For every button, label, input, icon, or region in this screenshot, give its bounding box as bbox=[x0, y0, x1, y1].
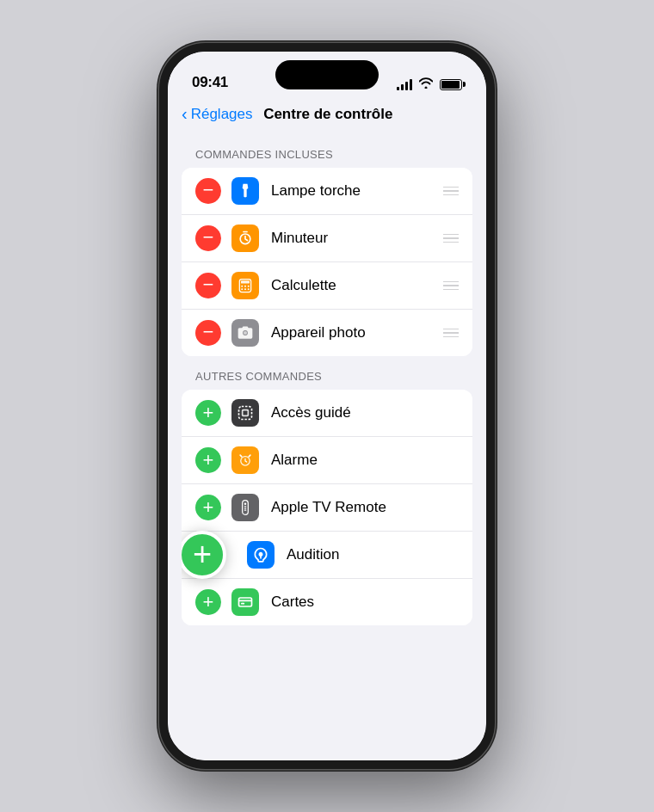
dynamic-island bbox=[275, 60, 379, 89]
signal-bar-4 bbox=[410, 79, 412, 90]
svg-rect-20 bbox=[244, 508, 247, 508]
label-apple-tv-remote: Apple TV Remote bbox=[271, 499, 459, 516]
svg-rect-19 bbox=[244, 506, 247, 507]
svg-rect-0 bbox=[244, 185, 248, 186]
add-button-alarme[interactable]: + bbox=[195, 447, 221, 473]
svg-rect-23 bbox=[241, 603, 244, 605]
svg-point-4 bbox=[241, 286, 243, 287]
app-icon-cartes bbox=[231, 588, 259, 616]
app-icon-lampe-torche bbox=[231, 177, 259, 205]
label-audition: Audition bbox=[287, 546, 459, 563]
svg-point-5 bbox=[244, 286, 246, 287]
app-icon-audition bbox=[247, 541, 275, 569]
remove-button-lampe-torche[interactable]: − bbox=[195, 178, 221, 204]
plus-icon-large: + bbox=[193, 538, 212, 570]
app-icon-appareil-photo bbox=[231, 319, 259, 347]
svg-point-9 bbox=[248, 288, 250, 290]
battery-icon bbox=[440, 79, 462, 90]
label-alarme: Alarme bbox=[271, 452, 459, 469]
section-header-others: AUTRES COMMANDES bbox=[168, 356, 486, 390]
phone-frame: 09:41 bbox=[159, 43, 495, 769]
label-lampe-torche: Lampe torche bbox=[271, 182, 443, 200]
list-item-calculette: − Calculett bbox=[182, 262, 472, 310]
list-item-appareil-photo: − Appareil photo bbox=[182, 310, 472, 356]
label-cartes: Cartes bbox=[271, 594, 459, 611]
svg-point-18 bbox=[244, 503, 247, 506]
wifi-icon bbox=[419, 77, 433, 91]
app-icon-acces-guide bbox=[231, 399, 259, 427]
minus-icon: − bbox=[203, 181, 214, 200]
battery-fill bbox=[441, 81, 460, 89]
plus-icon: + bbox=[203, 403, 214, 422]
list-item-audition: + Audition bbox=[182, 532, 472, 579]
signal-bar-2 bbox=[401, 84, 404, 90]
content: COMMANDES INCLUSES − Lampe torche bbox=[168, 134, 486, 760]
label-minuteur: Minuteur bbox=[271, 230, 443, 247]
list-item-minuteur: − Minuteur bbox=[182, 215, 472, 262]
status-time: 09:41 bbox=[192, 74, 228, 91]
svg-point-6 bbox=[248, 286, 250, 287]
back-label: Réglages bbox=[191, 106, 253, 123]
drag-handle-appareil-photo[interactable] bbox=[443, 329, 459, 338]
signal-bars-icon bbox=[397, 78, 412, 90]
svg-rect-21 bbox=[244, 510, 247, 511]
section-header-included: COMMANDES INCLUSES bbox=[168, 134, 486, 168]
list-item-apple-tv-remote: + Apple TV Remote bbox=[182, 484, 472, 532]
minus-icon: − bbox=[203, 275, 214, 294]
remove-button-appareil-photo[interactable]: − bbox=[195, 320, 221, 346]
signal-bar-3 bbox=[405, 82, 408, 90]
app-icon-alarme bbox=[231, 446, 259, 474]
plus-icon: + bbox=[203, 593, 214, 612]
svg-rect-3 bbox=[241, 280, 250, 283]
plus-icon: + bbox=[203, 498, 214, 517]
label-appareil-photo: Appareil photo bbox=[271, 324, 443, 341]
back-chevron-icon: ‹ bbox=[182, 104, 188, 124]
included-commands-list: − Lampe torche − bbox=[182, 168, 472, 356]
svg-rect-14 bbox=[244, 411, 248, 415]
svg-point-8 bbox=[244, 288, 246, 290]
add-button-apple-tv-remote[interactable]: + bbox=[195, 495, 221, 520]
minus-icon: − bbox=[203, 228, 214, 247]
app-icon-calculette bbox=[231, 272, 259, 299]
label-calculette: Calculette bbox=[271, 277, 443, 294]
remove-button-minuteur[interactable]: − bbox=[195, 225, 221, 251]
drag-handle-lampe-torche[interactable] bbox=[443, 187, 459, 196]
list-item-cartes: + Cartes bbox=[182, 579, 472, 625]
status-bar: 09:41 bbox=[168, 52, 486, 98]
svg-point-7 bbox=[241, 288, 243, 290]
signal-bar-1 bbox=[397, 87, 399, 90]
app-icon-minuteur bbox=[231, 225, 259, 252]
svg-rect-17 bbox=[243, 501, 249, 515]
screen: 09:41 bbox=[168, 52, 486, 760]
plus-icon: + bbox=[203, 451, 214, 470]
back-button[interactable]: ‹ Réglages bbox=[182, 105, 253, 124]
nav-bar: ‹ Réglages Centre de contrôle bbox=[168, 98, 486, 134]
remove-button-calculette[interactable]: − bbox=[195, 273, 221, 298]
list-item-acces-guide: + Accès guidé bbox=[182, 390, 472, 437]
add-button-acces-guide[interactable]: + bbox=[195, 400, 221, 426]
drag-handle-minuteur[interactable] bbox=[443, 234, 459, 243]
svg-rect-22 bbox=[239, 598, 252, 606]
minus-icon: − bbox=[203, 323, 214, 341]
svg-point-11 bbox=[244, 331, 247, 335]
label-acces-guide: Accès guidé bbox=[271, 404, 459, 421]
nav-title: Centre de contrôle bbox=[253, 106, 404, 123]
add-button-audition-large[interactable]: + bbox=[182, 531, 226, 579]
other-commands-list: + Accès guidé + bbox=[182, 390, 472, 625]
list-item-lampe-torche: − Lampe torche bbox=[182, 168, 472, 215]
list-item-alarme: + Alarme bbox=[182, 437, 472, 484]
status-icons bbox=[397, 77, 462, 91]
app-icon-apple-tv-remote bbox=[231, 494, 259, 521]
drag-handle-calculette[interactable] bbox=[443, 281, 459, 291]
add-button-cartes[interactable]: + bbox=[195, 589, 221, 615]
